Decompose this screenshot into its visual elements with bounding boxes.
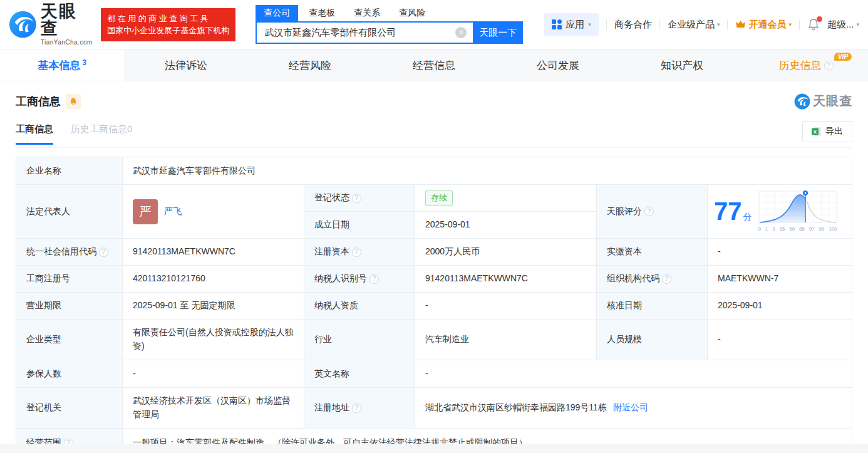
staff-size-label: 人员规模 bbox=[597, 320, 708, 360]
search-row: × 天眼一下 bbox=[256, 21, 523, 44]
chevron-down-icon: ▾ bbox=[717, 21, 720, 28]
tab-label: 法律诉讼 bbox=[165, 58, 207, 73]
nav-enterprise-products[interactable]: 企业级产品 ▾ bbox=[668, 19, 720, 31]
page-bottom-strip bbox=[0, 444, 868, 453]
question-icon[interactable]: ? bbox=[369, 274, 379, 284]
question-icon[interactable]: ? bbox=[99, 247, 108, 257]
reg-number-value: 420113210121760 bbox=[123, 266, 304, 293]
company-type-label: 企业类型 bbox=[16, 320, 123, 360]
export-label: 导出 bbox=[825, 126, 843, 137]
company-name-value: 武汉市延鑫汽车零部件有限公司 bbox=[123, 157, 852, 185]
business-term-value: 2025-09-01 至 无固定期限 bbox=[123, 293, 304, 320]
watermark-text: 天眼查 bbox=[813, 93, 852, 110]
question-icon[interactable]: ? bbox=[824, 61, 834, 70]
subtab-row: 工商信息 历史工商信息0 X 导出 bbox=[16, 121, 852, 148]
divider bbox=[727, 19, 728, 29]
industry-label: 行业 bbox=[304, 320, 415, 360]
subtab-business-info[interactable]: 工商信息 bbox=[16, 123, 53, 145]
nearby-companies-link[interactable]: 附近公司 bbox=[613, 401, 648, 415]
industry-value: 汽车制造业 bbox=[415, 320, 597, 360]
subscribe-bell-icon[interactable] bbox=[66, 94, 81, 109]
search-input[interactable] bbox=[256, 21, 473, 44]
credit-code-value: 91420113MAETKWWN7C bbox=[123, 239, 304, 266]
nav-open-vip[interactable]: 开通会员 ▾ bbox=[735, 19, 792, 31]
section-header: 工商信息 天眼查 bbox=[16, 93, 852, 110]
tab-label: 经营风险 bbox=[289, 58, 331, 73]
tab-company-development[interactable]: 公司发展 bbox=[496, 49, 620, 81]
score-number: 77分 bbox=[714, 199, 752, 224]
search-tab-relation[interactable]: 查关系 bbox=[346, 5, 388, 21]
top-nav: 应用 ▾ 商务合作 企业级产品 ▾ 开通会员 ▾ bbox=[544, 13, 859, 36]
subtab-history-business-info[interactable]: 历史工商信息0 bbox=[71, 123, 132, 145]
divider bbox=[606, 19, 607, 29]
nav-biz-cooperation[interactable]: 商务合作 bbox=[614, 19, 652, 31]
tianyancha-logo-icon bbox=[9, 10, 37, 39]
business-info-table: 企业名称 武汉市延鑫汽车零部件有限公司 法定代表人 严 严飞 登记状态 ? 存续… bbox=[16, 157, 852, 453]
chevron-down-icon: ▾ bbox=[588, 21, 591, 28]
svg-text:X: X bbox=[814, 129, 817, 135]
search-tab-boss[interactable]: 查老板 bbox=[301, 5, 343, 21]
export-button[interactable]: X 导出 bbox=[802, 121, 852, 142]
nav-enterprise-label: 企业级产品 bbox=[668, 19, 715, 31]
tab-history-info[interactable]: VIP 历史信息 ? bbox=[744, 49, 868, 81]
main-content: 工商信息 天眼查 工商信息 历史工商信息0 bbox=[0, 93, 868, 453]
tab-operation-info[interactable]: 经营信息 bbox=[372, 49, 496, 81]
chevron-down-icon: ▾ bbox=[856, 21, 859, 28]
open-vip-label: 开通会员 bbox=[748, 19, 786, 31]
english-name-label: 英文名称 bbox=[304, 360, 415, 388]
company-tabs: 基本信息 3 法律诉讼 经营风险 经营信息 公司发展 知识产权 VIP 历史信息… bbox=[0, 49, 868, 81]
score-label: 天眼评分 ? bbox=[597, 185, 708, 239]
taxpayer-quality-label: 纳税人资质 bbox=[304, 293, 415, 320]
search-area: 查公司 查老板 查关系 查风险 × 天眼一下 bbox=[256, 5, 523, 44]
insured-count-label: 参保人数 bbox=[16, 360, 123, 388]
address-text: 湖北省武汉市汉南区纱帽街幸福园路199号11栋 bbox=[425, 401, 607, 415]
tab-legal-lawsuits[interactable]: 法律诉讼 bbox=[124, 49, 248, 81]
legal-rep-link[interactable]: 严飞 bbox=[164, 205, 182, 219]
apps-grid-icon bbox=[552, 19, 562, 29]
notification-bell-icon[interactable] bbox=[807, 18, 820, 31]
super-vip-label: 超级... bbox=[827, 19, 854, 31]
score-distribution-chart[interactable]: 0131550859799100 bbox=[758, 189, 837, 233]
crown-icon bbox=[735, 20, 746, 29]
address-label: 注册地址 ? bbox=[304, 388, 415, 429]
score-value: 77分 bbox=[708, 185, 852, 239]
tab-basic-info[interactable]: 基本信息 3 bbox=[0, 49, 124, 81]
reg-capital-label: 注册资本 ? bbox=[304, 239, 415, 266]
tab-label: 知识产权 bbox=[661, 58, 703, 73]
reg-capital-value: 2000万人民币 bbox=[415, 239, 597, 266]
tab-intellectual-property[interactable]: 知识产权 bbox=[620, 49, 744, 81]
tab-label: 基本信息 bbox=[38, 58, 80, 73]
legal-rep-avatar[interactable]: 严 bbox=[133, 199, 158, 224]
divider bbox=[799, 19, 800, 29]
search-tab-company[interactable]: 查公司 bbox=[256, 5, 298, 21]
score-axis-ticks: 0131550859799100 bbox=[758, 226, 837, 233]
search-tab-risk[interactable]: 查风险 bbox=[391, 5, 433, 21]
question-icon[interactable]: ? bbox=[644, 207, 654, 216]
tab-operation-risk[interactable]: 经营风险 bbox=[248, 49, 372, 81]
tianyancha-logo[interactable]: 天眼查 TianYanCha.com bbox=[9, 3, 93, 46]
reg-authority-value: 武汉经济技术开发区（汉南区）市场监督管理局 bbox=[123, 388, 304, 429]
insured-count-value: - bbox=[123, 360, 304, 388]
company-name-label: 企业名称 bbox=[16, 157, 123, 185]
taxpayer-quality-value: - bbox=[415, 293, 597, 320]
question-icon[interactable]: ? bbox=[352, 404, 361, 413]
slogan-line2: 国家中小企业发展子基金旗下机构 bbox=[107, 24, 229, 37]
question-icon[interactable]: ? bbox=[352, 247, 361, 257]
legal-rep-label: 法定代表人 bbox=[16, 185, 123, 239]
question-icon[interactable]: ? bbox=[352, 194, 361, 203]
tab-count: 3 bbox=[82, 58, 86, 67]
reg-status-label: 登记状态 ? bbox=[304, 185, 415, 212]
divider bbox=[659, 19, 660, 29]
apps-menu[interactable]: 应用 ▾ bbox=[544, 13, 599, 36]
english-name-value: - bbox=[415, 360, 852, 388]
section-title: 工商信息 bbox=[16, 94, 61, 109]
search-button[interactable]: 天眼一下 bbox=[473, 21, 523, 44]
taxpayer-id-value: 91420113MAETKWWN7C bbox=[415, 266, 597, 293]
credit-code-label: 统一社会信用代码 ? bbox=[16, 239, 123, 266]
tab-label: 经营信息 bbox=[413, 58, 455, 73]
top-header: 天眼查 TianYanCha.com 都在用的商业查询工具 国家中小企业发展子基… bbox=[0, 0, 868, 49]
question-icon[interactable]: ? bbox=[662, 274, 671, 284]
chevron-down-icon: ▾ bbox=[788, 21, 792, 28]
nav-super-vip[interactable]: 超级... ▾ bbox=[827, 19, 859, 31]
reg-authority-label: 登记机关 bbox=[16, 388, 123, 429]
